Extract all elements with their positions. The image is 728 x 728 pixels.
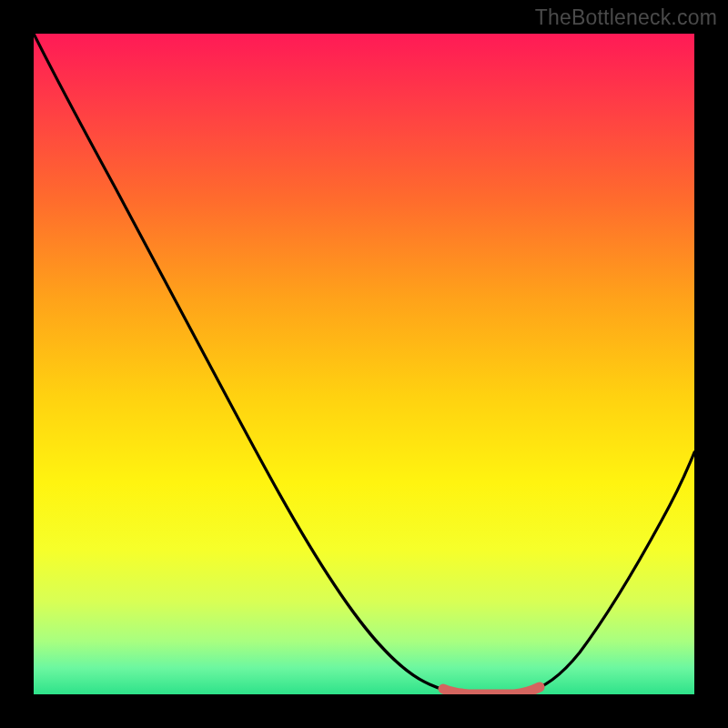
highlight-segment [443, 687, 540, 694]
bottleneck-curve [34, 34, 694, 693]
plot-area [34, 34, 694, 694]
watermark-text: TheBottleneck.com [535, 5, 717, 30]
chart-stage: TheBottleneck.com [0, 0, 728, 728]
curve-layer [34, 34, 694, 694]
